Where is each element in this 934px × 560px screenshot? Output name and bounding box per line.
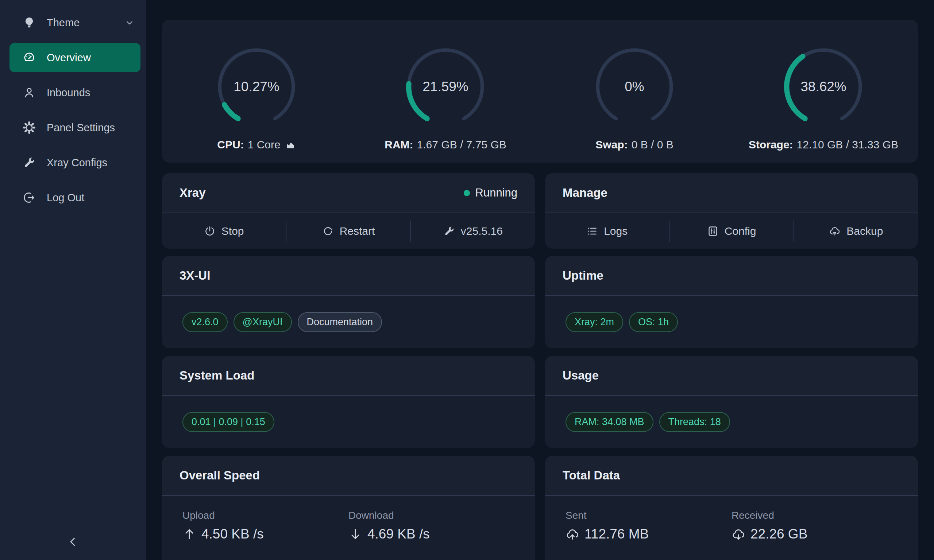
sidebar-item-label: Overview	[47, 52, 91, 64]
restart-icon	[322, 225, 334, 237]
usage-card-header: Usage	[545, 356, 918, 396]
gauge-storage: 38.62% Storage: 12.10 GB / 31.33 GB	[729, 43, 918, 151]
documentation-link-tag[interactable]: Documentation	[298, 312, 382, 332]
sidebar-item-overview[interactable]: Overview	[9, 43, 140, 72]
arrow-down-icon	[348, 527, 362, 541]
logs-button[interactable]: Logs	[545, 225, 669, 237]
ram-percent: 21.59%	[402, 43, 489, 131]
status-dot-icon	[464, 190, 470, 196]
usage-card: Usage RAM: 34.08 MB Threads: 18	[545, 356, 918, 448]
stat-label: Received	[732, 510, 897, 522]
gauge-icon	[23, 51, 36, 64]
card-title: Uptime	[563, 269, 603, 283]
power-icon	[204, 225, 216, 237]
cloud-upload-icon	[566, 527, 580, 541]
gauge-swap: 0% Swap: 0 B / 0 B	[540, 43, 729, 151]
sidebar-item-log-out[interactable]: Log Out	[0, 180, 146, 215]
cpu-label: CPU: 1 Core	[217, 138, 296, 151]
uptime-tags: Xray: 2m OS: 1h	[545, 296, 918, 348]
backup-button[interactable]: Backup	[794, 225, 918, 237]
stat-label: Download	[348, 510, 515, 522]
version-tag[interactable]: v2.6.0	[182, 312, 228, 332]
chart-icon[interactable]	[285, 139, 296, 150]
storage-percent: 38.62%	[780, 43, 867, 131]
overall-speed-card: Overall Speed Upload 4.50 KB /s Downlo	[162, 456, 535, 560]
card-title: 3X-UI	[179, 269, 210, 283]
status-text: Running	[475, 186, 517, 199]
overall-speed-card-header: Overall Speed	[162, 456, 535, 496]
download-stat: Download 4.69 KB /s	[348, 496, 515, 542]
xray-card-header: Xray Running	[162, 173, 535, 213]
wrench-icon	[23, 156, 36, 169]
sent-stat: Sent 112.76 MB	[566, 496, 732, 542]
xui-tags: v2.6.0 @XrayUI Documentation	[162, 296, 535, 348]
card-title: Xray	[179, 186, 206, 200]
xray-uptime-tag: Xray: 2m	[566, 312, 623, 332]
system-load-card: System Load 0.01 | 0.09 | 0.15	[162, 356, 535, 448]
cloud-server-icon	[829, 225, 841, 237]
stat-label: Sent	[566, 510, 732, 522]
manage-card-header: Manage	[545, 173, 918, 213]
card-title: Manage	[563, 186, 607, 200]
total-data-card: Total Data Sent 112.76 MB Received	[545, 456, 918, 560]
manage-card: Manage Logs Config	[545, 173, 918, 249]
sent-data-value: 112.76 MB	[566, 526, 732, 542]
gear-icon	[23, 121, 36, 134]
overall-speed-body: Upload 4.50 KB /s Download	[162, 496, 535, 542]
xray-status-badge: Running	[464, 186, 517, 199]
sidebar: Theme Overview Inbounds	[0, 0, 146, 560]
card-title: Overall Speed	[179, 468, 260, 482]
sliders-icon	[707, 225, 719, 237]
card-title: Usage	[563, 369, 599, 382]
stop-button[interactable]: Stop	[162, 225, 286, 237]
card-title: System Load	[179, 369, 254, 382]
xray-card: Xray Running Stop	[162, 173, 535, 249]
uptime-card: Uptime Xray: 2m OS: 1h	[545, 256, 918, 348]
sidebar-item-label: Log Out	[47, 192, 84, 204]
usage-tags: RAM: 34.08 MB Threads: 18	[545, 396, 918, 448]
chevron-left-icon	[66, 535, 80, 548]
sidebar-item-label: Inbounds	[47, 87, 90, 99]
system-load-tags: 0.01 | 0.09 | 0.15	[162, 396, 535, 448]
storage-label: Storage: 12.10 GB / 31.33 GB	[749, 138, 898, 151]
arrow-up-icon	[182, 527, 196, 541]
user-icon	[23, 86, 36, 99]
config-button[interactable]: Config	[669, 225, 793, 237]
threads-tag: Threads: 18	[659, 412, 730, 432]
sidebar-item-label: Theme	[47, 17, 80, 29]
xrayui-link-tag[interactable]: @XrayUI	[233, 312, 292, 332]
xray-version-button[interactable]: v25.5.16	[411, 225, 535, 237]
received-data-value: 22.26 GB	[732, 526, 897, 542]
swap-percent: 0%	[591, 43, 678, 131]
cpu-percent: 10.27%	[213, 43, 300, 131]
swap-label: Swap: 0 B / 0 B	[595, 138, 673, 151]
system-gauges-card: 10.27% CPU: 1 Core 21.59%	[162, 20, 918, 163]
xray-actions: Stop Restart v25.5.16	[162, 213, 535, 249]
total-data-body: Sent 112.76 MB Received	[545, 496, 918, 542]
upload-stat: Upload 4.50 KB /s	[182, 496, 348, 542]
list-icon	[586, 225, 598, 237]
cloud-download-icon	[732, 527, 745, 541]
total-data-card-header: Total Data	[545, 456, 918, 496]
gauge-cpu: 10.27% CPU: 1 Core	[162, 43, 351, 151]
manage-actions: Logs Config Backup	[545, 213, 918, 249]
sidebar-item-theme[interactable]: Theme	[0, 5, 146, 40]
sidebar-item-xray-configs[interactable]: Xray Configs	[0, 145, 146, 180]
chevron-down-icon	[124, 17, 135, 28]
os-uptime-tag: OS: 1h	[629, 312, 678, 332]
download-speed-value: 4.69 KB /s	[348, 526, 515, 542]
stat-label: Upload	[182, 510, 348, 522]
ram-usage-tag: RAM: 34.08 MB	[566, 412, 653, 432]
sidebar-item-panel-settings[interactable]: Panel Settings	[0, 110, 146, 145]
gauge-ram: 21.59% RAM: 1.67 GB / 7.75 GB	[351, 43, 540, 151]
card-title: Total Data	[563, 468, 620, 482]
sidebar-item-label: Panel Settings	[47, 122, 115, 134]
sidebar-collapse-button[interactable]	[61, 530, 85, 554]
load-average-tag: 0.01 | 0.09 | 0.15	[182, 412, 274, 432]
logout-icon	[23, 191, 36, 204]
sidebar-item-inbounds[interactable]: Inbounds	[0, 75, 146, 110]
restart-button[interactable]: Restart	[287, 225, 410, 237]
dashboard-page: Theme Overview Inbounds	[0, 0, 934, 560]
main-content: 10.27% CPU: 1 Core 21.59%	[162, 20, 918, 560]
system-load-card-header: System Load	[162, 356, 535, 396]
